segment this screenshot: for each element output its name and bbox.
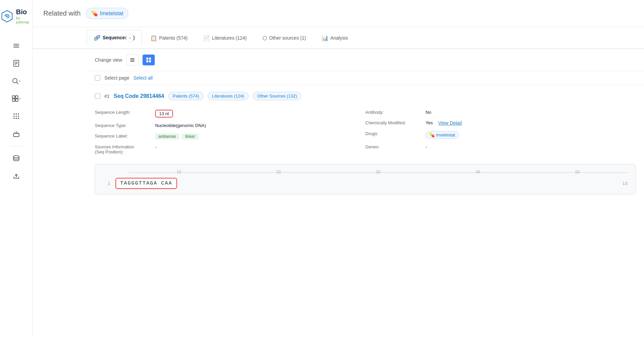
view-grid-button[interactable] <box>143 55 155 65</box>
ruler-40: 40 <box>476 170 480 174</box>
svg-rect-35 <box>146 60 148 62</box>
sidebar-item-grid[interactable]: ▾ <box>7 90 26 107</box>
details-left: Sequence Length: 13 nt Sequence Type: Nu… <box>95 107 365 157</box>
sidebar-item-apps[interactable] <box>7 108 26 124</box>
literatures-badge[interactable]: Literatures (124) <box>208 92 249 100</box>
sequence-text: TAGGGTTAGA CAA <box>115 178 177 189</box>
svg-point-18 <box>13 115 15 117</box>
svg-point-20 <box>18 115 19 117</box>
related-with-label: Related with <box>43 9 81 17</box>
search-icon <box>12 77 19 85</box>
svg-rect-14 <box>16 99 18 101</box>
sidebar-item-document[interactable] <box>7 55 26 71</box>
svg-point-21 <box>13 118 15 119</box>
sidebar-item-export[interactable] <box>7 168 26 184</box>
tab-literatures[interactable]: 📄 Literatures (124) <box>196 30 254 46</box>
nav-divider <box>9 146 23 146</box>
seq-end-number: 13 <box>623 181 627 186</box>
grid-icon <box>12 95 19 102</box>
sequence-ruler: 10 20 30 40 50 <box>103 170 627 178</box>
select-page-label: Select page <box>104 75 129 81</box>
tools-icon <box>13 130 20 138</box>
seq-label-label: Sequence Label: <box>95 133 152 139</box>
imetelstat-badge[interactable]: 💊 Imetelstat <box>86 8 128 19</box>
svg-rect-33 <box>146 58 148 60</box>
ruler-10: 10 <box>177 170 181 174</box>
chem-modified-value: Yes <box>426 120 433 125</box>
tab-literatures-label: Literatures (124) <box>212 35 247 41</box>
sequence-row: 1 TAGGGTTAGA CAA 13 <box>103 178 627 189</box>
tabs-container: › 🧬 Sequences (1) 📋 Patents (574) 📄 Lite… <box>33 27 644 49</box>
sidebar: Bio by patsnap ▾ <box>0 0 33 338</box>
tab-other-sources[interactable]: ⬡ Other sources (1) <box>255 30 313 46</box>
other-sources-badge[interactable]: Other Sources (132) <box>253 92 301 100</box>
detail-drugs: Drugs: 💊 Imetelstat <box>365 128 636 142</box>
content-area: Change view Select page Select all <box>33 49 644 338</box>
main-area: Related with 💊 Imetelstat › 🧬 Sequences … <box>33 0 644 338</box>
ruler-30: 30 <box>376 170 380 174</box>
database-icon <box>13 155 20 162</box>
svg-point-9 <box>13 79 17 83</box>
drug-name-label: Imetelstat <box>100 10 123 17</box>
view-detail-link[interactable]: View Detail <box>438 120 462 126</box>
sidebar-item-database[interactable] <box>7 150 26 167</box>
sidebar-item-menu[interactable] <box>7 38 26 54</box>
tab-other-sources-label: Other sources (1) <box>269 35 306 41</box>
select-all-button[interactable]: Select all <box>133 75 153 81</box>
seq-label-tags: antisense linker <box>155 133 200 139</box>
menu-icon <box>13 42 20 49</box>
sequences-tab-icon: 🧬 <box>94 35 101 41</box>
detail-sequence-length: Sequence Length: 13 nt <box>95 107 365 120</box>
sequence-header: #1 Seq Code 29814464 Patents (574) Liter… <box>95 92 636 100</box>
seq-length-value: 13 nt <box>155 110 173 118</box>
seq-length-label: Sequence Length: <box>95 110 152 115</box>
drug-badge[interactable]: 💊 Imetelstat <box>426 131 459 139</box>
seq-type-label: Sequence Type: <box>95 123 152 128</box>
logo-icon <box>1 9 13 24</box>
antisense-tag: antisense <box>155 133 179 140</box>
svg-point-28 <box>13 155 19 157</box>
svg-point-19 <box>16 115 17 117</box>
change-view-label: Change view <box>95 57 122 63</box>
svg-rect-36 <box>149 60 151 62</box>
other-sources-tab-icon: ⬡ <box>262 35 267 41</box>
sequence-code-link[interactable]: Seq Code 29814464 <box>114 93 164 99</box>
antibody-label: Antibody: <box>365 110 423 115</box>
svg-rect-12 <box>16 96 18 98</box>
genes-label: Genes: <box>365 144 423 149</box>
drug-badge-name: Imetelstat <box>436 132 455 138</box>
select-page-checkbox[interactable] <box>95 75 100 81</box>
svg-point-17 <box>18 113 19 115</box>
apps-icon <box>13 112 20 120</box>
drug-badge-icon: 💊 <box>429 132 435 138</box>
svg-rect-34 <box>149 58 151 60</box>
view-list-button[interactable] <box>126 55 138 65</box>
nav-items: ▾ ▾ <box>0 38 32 184</box>
sequence-number: #1 <box>104 93 110 99</box>
drug-icon: 💊 <box>91 10 98 17</box>
tab-patents[interactable]: 📋 Patents (574) <box>143 30 195 46</box>
toolbar: Change view <box>87 49 644 71</box>
sequence-card: #1 Seq Code 29814464 Patents (574) Liter… <box>87 85 644 202</box>
svg-rect-24 <box>13 133 19 136</box>
chem-modified-label: Chemically Modified: <box>365 120 423 125</box>
analysis-tab-icon: 📊 <box>322 35 328 41</box>
sidebar-item-tools[interactable] <box>7 126 26 142</box>
svg-point-15 <box>13 113 15 115</box>
detail-antibody: Antibody: No <box>365 107 636 118</box>
seq-type-value: Nucleotide(genomic DNA) <box>155 123 206 128</box>
detail-sequence-type: Sequence Type: Nucleotide(genomic DNA) <box>95 120 365 131</box>
grid-view-icon <box>146 57 151 63</box>
ruler-50: 50 <box>575 170 580 174</box>
tab-analysis[interactable]: 📊 Analysis <box>315 30 355 46</box>
sidebar-item-search[interactable]: ▾ <box>7 73 26 89</box>
sequence-checkbox[interactable] <box>95 93 100 99</box>
drugs-label: Drugs: <box>365 131 423 136</box>
export-icon <box>13 172 20 180</box>
page-header: Related with 💊 Imetelstat <box>33 0 644 27</box>
patents-badge[interactable]: Patents (574) <box>168 92 203 100</box>
collapse-button[interactable]: › <box>126 34 134 42</box>
sequence-details: Sequence Length: 13 nt Sequence Type: Nu… <box>95 107 636 157</box>
ruler-bar: 10 20 30 40 50 <box>129 170 627 175</box>
svg-point-16 <box>16 113 17 115</box>
